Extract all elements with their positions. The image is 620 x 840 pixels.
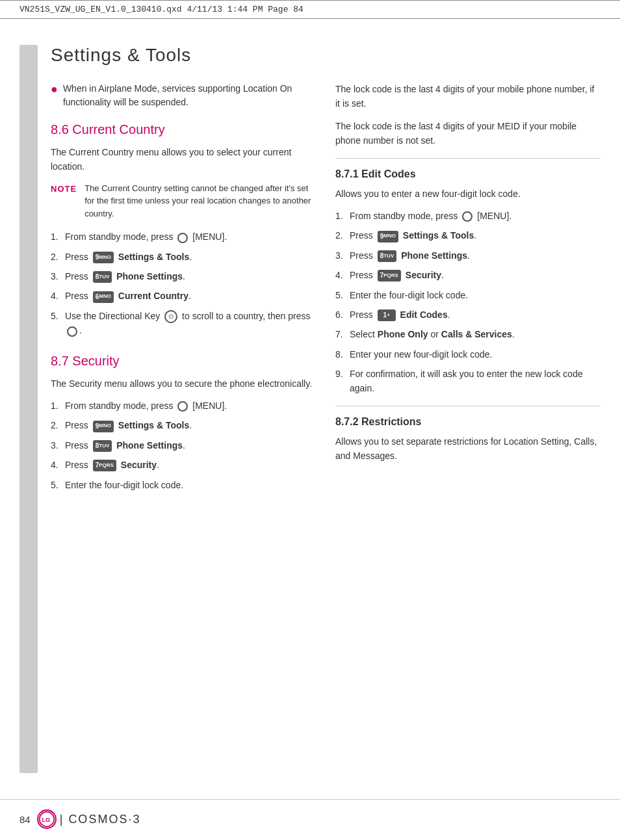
- step-content: From standby mode, press [MENU].: [350, 209, 601, 223]
- step-content: Press 7PQRS Security.: [350, 268, 601, 282]
- section-8-7-2-body: Allows you to set separate restrictions …: [335, 434, 601, 464]
- note-label: NOTE: [51, 183, 77, 196]
- lock-code-text-1: The lock code is the last 4 digits of yo…: [335, 82, 601, 111]
- step-content: From standby mode, press [MENU].: [65, 399, 316, 413]
- step-content: Enter the four-digit lock code.: [65, 478, 316, 492]
- step-8-6-2: 2. Press 9MNO Settings & Tools.: [51, 250, 316, 264]
- bullet-item-text: When in Airplane Mode, services supporti…: [63, 82, 316, 109]
- step-num: 8.: [335, 347, 350, 361]
- step-num: 9.: [335, 367, 350, 381]
- product-name: | COSMOS·3: [60, 813, 141, 826]
- step-content: Press 6MNO Current Country.: [65, 289, 316, 303]
- step-content: Press 9MNO Settings & Tools.: [65, 418, 316, 432]
- bullet-item-airplane: ● When in Airplane Mode, services suppor…: [51, 82, 316, 109]
- security-icon-2: 7PQRS: [378, 270, 401, 282]
- step-8-7-4: 4. Press 7PQRS Security.: [51, 458, 316, 472]
- step-8-7-3: 3. Press 8TUV Phone Settings.: [51, 438, 316, 453]
- settings-tools-icon: 9MNO: [93, 252, 114, 263]
- step-8-7-1-7: 7. Select Phone Only or Calls & Services…: [335, 327, 601, 341]
- edit-codes-icon: 1+: [378, 309, 396, 321]
- right-column: The lock code is the last 4 digits of yo…: [335, 82, 601, 497]
- menu-button-icon-3: [462, 211, 472, 222]
- lg-logo-svg: LG: [38, 809, 55, 829]
- step-num: 3.: [335, 248, 350, 263]
- step-num: 1.: [51, 399, 65, 413]
- section-heading-8-7-2: 8.7.2 Restrictions: [335, 416, 601, 428]
- step-num: 6.: [335, 308, 350, 322]
- step-num: 2.: [51, 250, 65, 264]
- step-8-7-2: 2. Press 9MNO Settings & Tools.: [51, 418, 316, 432]
- section-heading-8-6: 8.6 Current Country: [51, 122, 316, 137]
- step-8-7-1-3: 3. Press 8TUV Phone Settings.: [335, 248, 601, 263]
- steps-list-8-7: 1. From standby mode, press [MENU]. 2. P…: [51, 399, 316, 492]
- phone-settings-icon-3: 8TUV: [378, 250, 397, 262]
- step-content: Enter the four-digit lock code.: [350, 288, 601, 302]
- page-wrapper: Settings & Tools ● When in Airplane Mode…: [0, 19, 620, 799]
- step-content: Press 7PQRS Security.: [65, 458, 316, 472]
- step-8-7-1: 1. From standby mode, press [MENU].: [51, 399, 316, 413]
- step-content: Press 9MNO Settings & Tools.: [350, 228, 601, 243]
- step-num: 7.: [335, 327, 350, 341]
- note-block: NOTE The Current Country setting cannot …: [51, 182, 316, 220]
- step-num: 3.: [51, 438, 65, 453]
- svg-text:LG: LG: [42, 816, 50, 823]
- left-column: ● When in Airplane Mode, services suppor…: [51, 82, 316, 497]
- settings-tools-icon-3: 9MNO: [378, 231, 398, 243]
- footer-page-number: 84: [19, 814, 31, 825]
- note-text: The Current Country setting cannot be ch…: [84, 182, 316, 220]
- phone-settings-icon: 8TUV: [93, 271, 112, 283]
- left-accent-bar: [19, 45, 38, 773]
- step-content: For confirmation, it will ask you to ent…: [350, 367, 601, 396]
- section-8-7-body: The Security menu allows you to secure t…: [51, 376, 316, 391]
- step-num: 1.: [335, 209, 350, 223]
- step-8-7-1-2: 2. Press 9MNO Settings & Tools.: [335, 228, 601, 243]
- step-content: Use the Directional Key ⊙ to scroll to a…: [65, 309, 316, 338]
- step-num: 5.: [335, 288, 350, 302]
- settings-tools-icon-2: 9MNO: [93, 421, 114, 432]
- divider-1: [335, 158, 601, 159]
- step-content: Press 1+ Edit Codes.: [350, 308, 601, 322]
- step-content: Select Phone Only or Calls & Services.: [350, 327, 601, 341]
- header-text: VN251S_VZW_UG_EN_V1.0_130410.qxd 4/11/13…: [19, 5, 304, 14]
- phone-settings-icon-2: 8TUV: [93, 440, 112, 452]
- footer-logo-area: LG | COSMOS·3: [37, 809, 141, 829]
- step-num: 5.: [51, 478, 65, 492]
- step-8-6-3: 3. Press 8TUV Phone Settings.: [51, 269, 316, 283]
- page-title: Settings & Tools: [51, 45, 601, 66]
- step-8-7-1-8: 8. Enter your new four-digit lock code.: [335, 347, 601, 361]
- step-num: 4.: [335, 268, 350, 282]
- section-8-7-1-body: Allows you to enter a new four-digit loc…: [335, 187, 601, 201]
- step-8-7-1-6: 6. Press 1+ Edit Codes.: [335, 308, 601, 322]
- step-8-7-1-4: 4. Press 7PQRS Security.: [335, 268, 601, 282]
- current-country-icon: 6MNO: [93, 291, 114, 303]
- ok-button-icon: [67, 326, 77, 337]
- step-8-7-1-1: 1. From standby mode, press [MENU].: [335, 209, 601, 223]
- step-num: 4.: [51, 458, 65, 472]
- step-8-6-1: 1. From standby mode, press [MENU].: [51, 230, 316, 244]
- section-8-6-body: The Current Country menu allows you to s…: [51, 145, 316, 174]
- step-8-6-4: 4. Press 6MNO Current Country.: [51, 289, 316, 303]
- step-num: 4.: [51, 289, 65, 303]
- page-header: VN251S_VZW_UG_EN_V1.0_130410.qxd 4/11/13…: [0, 0, 620, 19]
- menu-button-icon-2: [177, 401, 188, 412]
- security-icon: 7PQRS: [93, 460, 116, 471]
- step-8-7-5: 5. Enter the four-digit lock code.: [51, 478, 316, 492]
- step-content: From standby mode, press [MENU].: [65, 230, 316, 244]
- step-content: Enter your new four-digit lock code.: [350, 347, 601, 361]
- step-8-7-1-9: 9. For confirmation, it will ask you to …: [335, 367, 601, 396]
- step-num: 5.: [51, 309, 65, 323]
- directional-key-icon: ⊙: [164, 310, 177, 323]
- step-num: 2.: [335, 228, 350, 243]
- two-column-layout: ● When in Airplane Mode, services suppor…: [51, 82, 601, 497]
- content-area: Settings & Tools ● When in Airplane Mode…: [38, 19, 620, 799]
- lg-logo-icon: LG: [37, 809, 57, 829]
- step-content: Press 9MNO Settings & Tools.: [65, 250, 316, 264]
- step-num: 3.: [51, 269, 65, 283]
- lock-code-text-2: The lock code is the last 4 digits of yo…: [335, 119, 601, 148]
- steps-list-8-7-1: 1. From standby mode, press [MENU]. 2. P…: [335, 209, 601, 396]
- step-num: 2.: [51, 418, 65, 432]
- divider-2: [335, 406, 601, 406]
- steps-list-8-6: 1. From standby mode, press [MENU]. 2. P…: [51, 230, 316, 337]
- section-heading-8-7-1: 8.7.1 Edit Codes: [335, 168, 601, 180]
- section-heading-8-7: 8.7 Security: [51, 354, 316, 369]
